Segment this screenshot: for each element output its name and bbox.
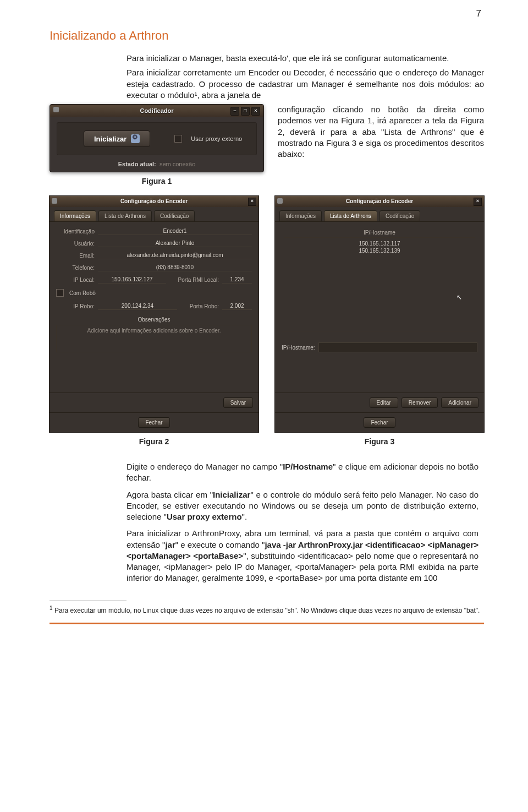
fechar-button[interactable]: Fechar: [138, 417, 169, 428]
intro-para-2b: configuração clicando no botão da direit…: [278, 104, 484, 160]
tel-field[interactable]: (83) 8839-8010: [98, 264, 252, 271]
page-bottom-rule: [50, 623, 484, 624]
footnote: 1 Para executar um módulo, no Linux cliq…: [50, 604, 484, 615]
tel-label: Telefone:: [56, 265, 95, 271]
ip-list[interactable]: IP/Hostname 150.165.132.117 150.165.132.…: [282, 227, 477, 331]
user-label: Usuário:: [56, 241, 95, 247]
list-item[interactable]: 150.165.132.139: [284, 247, 475, 254]
window-icon: [277, 198, 283, 204]
body-para-3: Para inicializar o ArthronProxy, abra um…: [127, 528, 479, 584]
config-encoder-window-2: Configuração do Encoder × Informações Li…: [274, 195, 485, 433]
iprobo-field[interactable]: 200.124.2.34: [98, 302, 177, 310]
ident-label: Identificação: [56, 228, 95, 235]
salvar-button[interactable]: Salvar: [223, 397, 253, 408]
close-icon[interactable]: ×: [248, 198, 256, 206]
tab-lista-arthrons[interactable]: Lista de Arthrons: [98, 210, 152, 221]
editar-button[interactable]: Editar: [370, 397, 398, 408]
com-robo-checkbox[interactable]: [56, 289, 64, 297]
user-field[interactable]: Alexander Pinto: [98, 239, 252, 247]
remover-button[interactable]: Remover: [402, 397, 438, 408]
figure-3-caption: Figura 3: [274, 437, 485, 446]
portarobo-label: Porta Robo:: [180, 303, 219, 309]
portarmi-label: Porta RMI Local:: [169, 277, 219, 283]
page-number: 7: [476, 8, 481, 19]
portarmi-field[interactable]: 1,234: [222, 276, 252, 284]
intro-para-1: Para inicializar o Manager, basta execut…: [127, 53, 484, 64]
iphostname-input[interactable]: [318, 342, 477, 352]
figure-2-caption: Figura 2: [49, 437, 259, 446]
section-heading: Inicializando a Arthron: [50, 29, 484, 43]
body-para-1: Digite o endereço do Manager no campo "I…: [127, 461, 479, 484]
codificador-window: Codificador − □ × Inicializar: [50, 104, 264, 172]
inicializar-label: Inicializar: [94, 135, 127, 143]
status-value: sem conexão: [160, 161, 195, 167]
iplocal-field[interactable]: 150.165.132.127: [98, 276, 166, 284]
config1-title: Configuração do Encoder: [120, 198, 188, 204]
tab-informacoes[interactable]: Informações: [54, 210, 96, 221]
portarobo-field[interactable]: 2,002: [222, 302, 252, 310]
inicializar-button[interactable]: Inicializar: [84, 130, 150, 147]
status-label: Estado atual:: [118, 161, 156, 167]
close-icon[interactable]: ×: [251, 107, 260, 116]
config-encoder-window-1: Configuração do Encoder × Informações Li…: [49, 195, 259, 433]
iprobo-label: IP Robo:: [56, 303, 95, 309]
ident-field[interactable]: Encoder1: [98, 227, 252, 235]
cursor-icon: ↖: [457, 293, 462, 301]
close-icon[interactable]: ×: [474, 198, 482, 206]
email-label: Email:: [56, 253, 95, 259]
gear-icon[interactable]: [131, 134, 140, 143]
iplocal-label: IP Local:: [56, 277, 95, 283]
intro-para-2: Para inicializar corretamente um Encoder…: [127, 67, 484, 101]
proxy-label: Usar proxy externo: [191, 135, 242, 142]
email-field[interactable]: alexander.de.almeida.pinto@gmail.com: [98, 252, 252, 259]
adicionar-button[interactable]: Adicionar: [441, 397, 479, 408]
window-icon: [53, 107, 59, 112]
tab-codificacao[interactable]: Codificação: [380, 210, 420, 221]
config1-titlebar: Configuração do Encoder ×: [50, 196, 258, 207]
codificador-titlebar: Codificador − □ ×: [50, 105, 263, 117]
body-para-2: Agora basta clicar em "Inicializar" e o …: [127, 489, 479, 523]
com-robo-label: Com Robô: [69, 290, 96, 296]
proxy-checkbox[interactable]: [174, 135, 182, 143]
fechar-button[interactable]: Fechar: [364, 417, 395, 428]
obs-textarea[interactable]: Adicione aqui informações adicionais sob…: [56, 325, 252, 352]
figure-1-caption: Figura 1: [50, 177, 264, 186]
tab-informacoes[interactable]: Informações: [279, 210, 322, 221]
tab-lista-arthrons[interactable]: Lista de Arthrons: [324, 210, 377, 221]
codificador-title: Codificador: [140, 107, 173, 114]
obs-label: Observações: [56, 317, 252, 323]
ip-list-header: IP/Hostname: [284, 230, 475, 238]
config2-titlebar: Configuração do Encoder ×: [275, 196, 484, 207]
tab-codificacao[interactable]: Codificação: [154, 210, 195, 221]
iphostname-label: IP/Hostname:: [282, 345, 315, 351]
list-item[interactable]: 150.165.132.117: [284, 240, 475, 247]
minimize-icon[interactable]: −: [230, 107, 239, 116]
window-icon: [52, 198, 57, 204]
maximize-icon[interactable]: □: [241, 107, 250, 116]
footnote-rule: [50, 601, 127, 601]
config2-title: Configuração do Encoder: [346, 198, 413, 204]
